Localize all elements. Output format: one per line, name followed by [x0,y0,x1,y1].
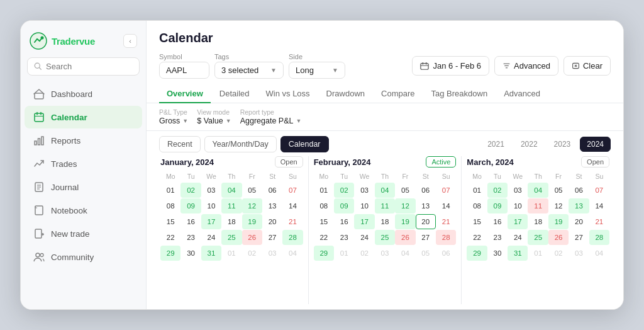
calendar-day[interactable]: 08 [467,198,487,213]
calendar-day[interactable]: 03 [262,246,282,261]
calendar-day[interactable]: 23 [334,230,354,245]
tab-win-vs-loss[interactable]: Win vs Loss [258,85,318,103]
view-year-month-day-button[interactable]: Year/Month/Day [204,136,277,152]
side-select[interactable]: Long ▼ [289,62,345,79]
year-2022-button[interactable]: 2022 [514,137,545,152]
calendar-day[interactable]: 10 [508,198,528,213]
calendar-day[interactable]: 01 [528,246,548,261]
calendar-day[interactable]: 22 [160,230,180,245]
date-range-button[interactable]: Jan 6 - Feb 6 [412,56,489,76]
calendar-day[interactable]: 22 [467,230,487,245]
calendar-day[interactable]: 11 [528,198,548,213]
calendar-day[interactable]: 25 [528,230,548,245]
calendar-day[interactable]: 03 [569,246,589,261]
calendar-day[interactable]: 03 [354,183,374,198]
calendar-day[interactable]: 04 [395,246,415,261]
calendar-day[interactable]: 30 [180,246,201,261]
view-recent-button[interactable]: Recent [159,136,201,152]
tab-compare[interactable]: Compare [374,85,422,103]
calendar-day[interactable]: 04 [375,183,395,198]
calendar-day[interactable]: 17 [354,214,374,229]
calendar-day[interactable]: 02 [334,183,354,198]
calendar-day[interactable]: 07 [436,183,456,198]
calendar-day[interactable]: 01 [314,183,334,198]
calendar-day[interactable]: 22 [314,230,334,245]
calendar-day[interactable]: 05 [416,246,436,261]
calendar-day[interactable]: 28 [282,230,303,245]
calendar-day[interactable]: 01 [221,246,242,261]
calendar-day[interactable]: 02 [548,246,569,261]
calendar-day[interactable]: 06 [436,246,456,261]
calendar-day[interactable]: 20 [416,214,436,229]
calendar-day[interactable]: 08 [160,198,180,213]
view-calendar-button[interactable]: Calendar [280,136,329,152]
tab-advanced[interactable]: Advanced [496,85,548,103]
calendar-day[interactable]: 04 [282,246,303,261]
month-status-badge[interactable]: Active [426,156,456,168]
calendar-day[interactable]: 13 [416,198,436,213]
calendar-day[interactable]: 12 [395,198,415,213]
calendar-day[interactable]: 20 [262,214,282,229]
calendar-day[interactable]: 02 [180,183,201,198]
calendar-day[interactable]: 18 [375,214,395,229]
calendar-day[interactable]: 02 [354,246,374,261]
calendar-day[interactable]: 19 [395,214,415,229]
view-mode-select[interactable]: $ Value ▼ [197,117,231,125]
calendar-day[interactable]: 18 [221,214,242,229]
calendar-day[interactable]: 11 [221,198,242,213]
calendar-day[interactable]: 29 [314,246,334,261]
calendar-day[interactable]: 02 [487,183,508,198]
calendar-day[interactable]: 16 [334,214,354,229]
sidebar-item-new-trade[interactable]: New trade [25,222,142,245]
calendar-day[interactable]: 07 [589,183,609,198]
calendar-day[interactable]: 05 [242,183,262,198]
calendar-day[interactable]: 24 [201,230,221,245]
calendar-day[interactable]: 03 [375,246,395,261]
calendar-day[interactable]: 16 [487,214,508,229]
tags-select[interactable]: 3 selected ▼ [214,62,284,79]
sidebar-item-trades[interactable]: Trades [25,152,142,175]
pl-type-select[interactable]: Gross ▼ [159,117,188,125]
calendar-day[interactable]: 02 [242,246,262,261]
calendar-day[interactable]: 16 [180,214,201,229]
calendar-day[interactable]: 19 [548,214,569,229]
calendar-day[interactable]: 26 [242,230,262,245]
calendar-day[interactable]: 26 [548,230,569,245]
calendar-day[interactable]: 11 [375,198,395,213]
calendar-day[interactable]: 04 [528,183,548,198]
calendar-day[interactable]: 14 [589,198,609,213]
calendar-day[interactable]: 12 [548,198,569,213]
clear-button[interactable]: Clear [564,56,611,76]
sidebar-collapse-button[interactable]: ‹ [123,34,137,48]
calendar-day[interactable]: 13 [569,198,589,213]
calendar-day[interactable]: 24 [508,230,528,245]
calendar-day[interactable]: 09 [334,198,354,213]
calendar-day[interactable]: 06 [262,183,282,198]
symbol-select[interactable]: AAPL [159,62,209,79]
calendar-day[interactable]: 13 [262,198,282,213]
year-2024-button[interactable]: 2024 [580,137,611,152]
sidebar-item-journal[interactable]: Journal [25,176,142,198]
calendar-day[interactable]: 24 [354,230,374,245]
year-2023-button[interactable]: 2023 [547,137,578,152]
sidebar-item-notebook[interactable]: Notebook [25,199,142,222]
calendar-day[interactable]: 01 [467,183,487,198]
calendar-day[interactable]: 06 [416,183,436,198]
calendar-day[interactable]: 05 [395,183,415,198]
calendar-day[interactable]: 25 [375,230,395,245]
calendar-day[interactable]: 17 [201,214,221,229]
calendar-day[interactable]: 15 [160,214,180,229]
calendar-day[interactable]: 03 [201,183,221,198]
calendar-day[interactable]: 23 [487,230,508,245]
year-2021-button[interactable]: 2021 [480,137,511,152]
calendar-day[interactable]: 07 [282,183,303,198]
calendar-day[interactable]: 28 [436,230,456,245]
tab-drawdown[interactable]: Drawdown [319,85,372,103]
calendar-day[interactable]: 06 [569,183,589,198]
calendar-day[interactable]: 21 [589,214,609,229]
calendar-day[interactable]: 21 [436,214,456,229]
calendar-day[interactable]: 27 [416,230,436,245]
calendar-day[interactable]: 27 [569,230,589,245]
sidebar-search[interactable] [27,57,140,76]
calendar-day[interactable]: 20 [569,214,589,229]
